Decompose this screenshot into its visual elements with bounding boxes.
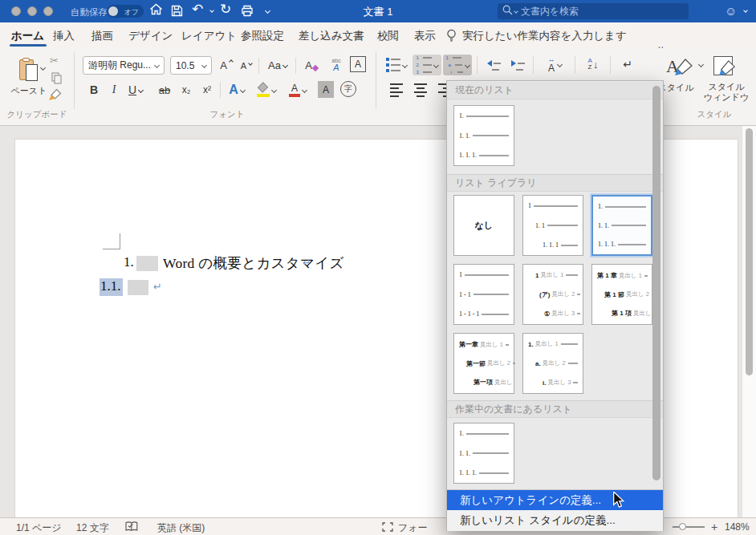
zoom-slider[interactable]	[673, 526, 705, 528]
clear-formatting-button[interactable]: A	[302, 56, 321, 74]
grow-font-icon: A	[220, 59, 227, 71]
clipboard-group-label: クリップボード	[0, 109, 74, 120]
tab-view[interactable]: 表示	[414, 27, 436, 45]
font-color-button[interactable]: A	[286, 80, 310, 99]
tell-me-input[interactable]: 実行したい作業内容を入力します	[462, 27, 627, 45]
focus-mode-label[interactable]: フォー	[398, 521, 428, 535]
italic-button[interactable]: I	[106, 80, 122, 99]
enclose-border-button[interactable]: A	[350, 56, 366, 72]
list-preview-dai-kanji[interactable]: 第一章見出し 1 第一節見出し 2 第一項見出し	[453, 333, 514, 394]
change-case-button[interactable]: Aa	[265, 56, 291, 74]
word-count[interactable]: 12 文字	[76, 521, 109, 535]
increase-indent-button[interactable]	[507, 55, 528, 75]
paste-button[interactable]	[11, 53, 47, 87]
enclose-characters-button[interactable]: 字	[340, 81, 356, 97]
copy-icon[interactable]	[51, 72, 62, 87]
feedback-smiley-icon[interactable]: ☺	[725, 3, 737, 19]
search-scope-chevron-icon[interactable]	[514, 9, 518, 14]
text-effects-button[interactable]: A	[225, 80, 249, 99]
margin-crop-mark	[103, 249, 120, 249]
text-effects-icon: A	[229, 83, 238, 97]
tab-draw[interactable]: 描画	[91, 27, 113, 45]
page-count[interactable]: 1/1 ページ	[16, 521, 62, 535]
decrease-indent-button[interactable]	[483, 55, 504, 75]
tab-home[interactable]: ホーム	[11, 27, 44, 45]
ribbon-tab-row: ホーム 挿入 描画 デザイン レイアウト 参照設定 差し込み文書 校閲 表示 実…	[0, 22, 756, 48]
vertical-scrollbar[interactable]	[742, 126, 756, 517]
ruby-a-icon: A	[333, 63, 339, 72]
tab-insert[interactable]: 挿入	[53, 27, 75, 45]
underline-button[interactable]: U	[124, 80, 148, 99]
character-shading-button[interactable]: A	[318, 81, 334, 98]
align-left-icon	[390, 83, 403, 97]
language-indicator[interactable]: 英語 (米国)	[157, 521, 205, 535]
scrollbar-thumb[interactable]	[746, 128, 753, 375]
numbering-button[interactable]: 1 2 3	[413, 55, 441, 75]
search-input[interactable]: 文書内を検索	[498, 3, 689, 19]
paste-clipboard-icon	[19, 58, 39, 82]
superscript-icon: x²	[203, 84, 211, 95]
tab-references[interactable]: 参照設定	[241, 27, 284, 45]
list-preview-dash[interactable]: 1 1 - 1 1 - 1 - 1	[453, 264, 514, 325]
multilevel-list-button[interactable]: 1 a i	[443, 55, 472, 75]
bold-button[interactable]: B	[85, 80, 103, 99]
list-preview-dai-number[interactable]: 第 1 章見出し 1 第 1 節見出し 2 第 1 項見出し	[591, 264, 652, 325]
list-preview-kana[interactable]: 1見出し 1 (ア)見出し 2 ①見出し 3	[522, 264, 583, 325]
superscript-button[interactable]: x²	[197, 80, 217, 99]
font-size-select[interactable]: 10.5	[170, 56, 212, 75]
strikethrough-button[interactable]: ab	[154, 80, 175, 99]
styles-button[interactable]: A	[663, 51, 695, 82]
shrink-font-icon: A	[241, 61, 246, 71]
highlight-color-button[interactable]	[254, 80, 279, 99]
formatting-marks-icon: ↵	[623, 58, 632, 71]
list-preview-alpha[interactable]: 1.見出し 1 a.見出し 2 i.見出し 3	[522, 333, 583, 394]
list-preview-none[interactable]: なし	[453, 195, 514, 256]
menu-item-define-new-outline[interactable]: 新しいアウトラインの定義...	[447, 489, 663, 510]
heading-text[interactable]: Word の概要とカスタマイズ	[163, 253, 344, 273]
cut-icon[interactable]: ✂	[50, 55, 59, 67]
ruby-guide-button[interactable]: abc A	[326, 55, 347, 75]
focus-mode-icon[interactable]	[382, 522, 393, 534]
tab-mailings[interactable]: 差し込み文書	[299, 27, 364, 45]
styles-group-label: スタイル	[682, 109, 746, 120]
paste-label: ペースト	[3, 85, 55, 97]
align-left-button[interactable]	[387, 80, 406, 99]
styles-chevron-icon[interactable]	[698, 62, 704, 67]
list-preview-in-document[interactable]: 1. 1. 1. 1. 1. 1.	[453, 423, 514, 484]
zoom-slider-knob[interactable]	[679, 523, 686, 530]
character-scaling-icon: ↔ A	[548, 56, 555, 73]
style-window-button[interactable]	[708, 51, 743, 82]
formatting-marks-button[interactable]: ↵	[616, 53, 639, 75]
subscript-button[interactable]: x₂	[177, 80, 196, 99]
search-placeholder: 文書内を検索	[521, 5, 579, 18]
sort-button[interactable]: AZ ↓	[581, 53, 605, 75]
list-preview-selected[interactable]: 1. 1. 1. 1. 1. 1.	[591, 195, 652, 256]
proofing-icon[interactable]	[125, 521, 138, 534]
paragraph-return-mark: ↵	[153, 281, 162, 293]
character-scaling-button[interactable]: ↔ A	[539, 53, 570, 75]
shrink-font-button[interactable]: A	[238, 58, 255, 74]
tab-review[interactable]: 校閲	[377, 27, 399, 45]
paragraph-return-mark: ↵	[303, 257, 311, 269]
zoom-in-button[interactable]: +	[711, 521, 717, 533]
tab-layout[interactable]: レイアウト	[181, 27, 237, 45]
list-library-header: リスト ライブラリ	[447, 174, 663, 192]
change-case-icon: Aa	[268, 59, 281, 71]
list-preview-plain[interactable]: 1 1. 1 1. 1. 1	[522, 195, 583, 256]
font-name-select[interactable]: 游明朝 Regu...	[83, 56, 165, 75]
search-icon	[502, 5, 513, 18]
tab-design[interactable]: デザイン	[128, 27, 173, 45]
menu-item-define-new-list-style[interactable]: 新しいリスト スタイルの定義...	[447, 510, 663, 531]
dropdown-scrollbar-thumb[interactable]	[652, 86, 660, 480]
align-center-icon	[414, 83, 427, 97]
current-list-header: 現在のリスト	[447, 82, 663, 99]
align-center-button[interactable]	[411, 80, 430, 99]
zoom-percentage[interactable]: 148%	[725, 521, 750, 533]
tell-me-lightbulb-icon[interactable]	[446, 29, 457, 46]
grow-font-button[interactable]: A	[217, 56, 235, 74]
bullets-button[interactable]	[382, 55, 411, 75]
decrease-indent-icon	[487, 60, 501, 71]
tab-shading	[136, 256, 158, 271]
list-preview-current[interactable]: 1. 1. 1. 1. 1. 1.	[453, 105, 514, 166]
format-painter-icon[interactable]	[48, 88, 62, 104]
